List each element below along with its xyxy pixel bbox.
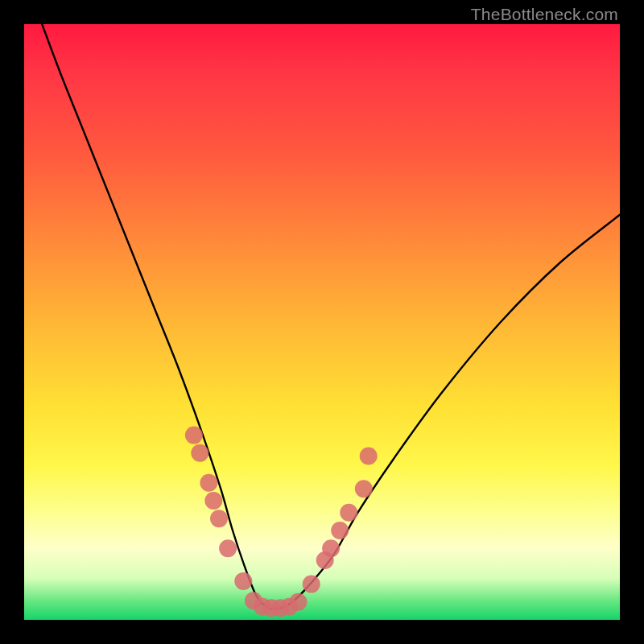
marker-dot <box>289 593 307 611</box>
chart-svg <box>24 24 620 620</box>
marker-dot <box>234 572 252 590</box>
plot-area <box>24 24 620 620</box>
highlight-points <box>185 427 378 617</box>
chart-frame: TheBottleneck.com <box>0 0 644 644</box>
marker-dot <box>355 480 373 497</box>
marker-dot <box>303 576 320 593</box>
marker-dot <box>322 539 340 557</box>
marker-dot <box>331 522 349 539</box>
marker-dot <box>210 510 228 527</box>
marker-dot <box>191 444 208 462</box>
watermark-text: TheBottleneck.com <box>471 5 618 24</box>
marker-dot <box>360 448 378 465</box>
marker-dot <box>219 539 237 557</box>
marker-dot <box>340 504 357 522</box>
marker-dot <box>185 427 203 444</box>
marker-dot <box>200 474 217 492</box>
marker-dot <box>204 492 222 510</box>
bottleneck-curve <box>42 24 620 609</box>
